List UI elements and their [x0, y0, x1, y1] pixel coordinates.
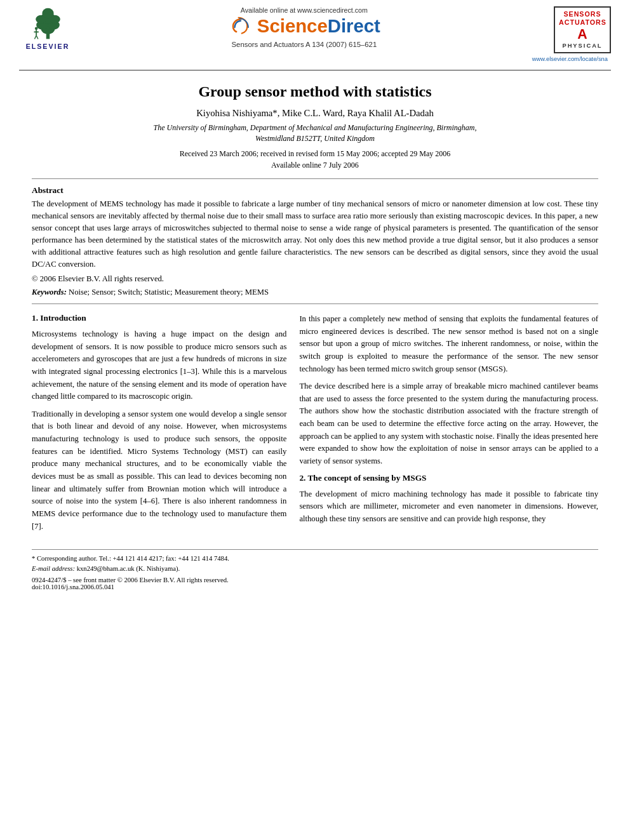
available-online-text: Available online at www.sciencedirect.co… — [89, 6, 519, 14]
sciencedirect-text: ScienceDirect — [257, 17, 380, 35]
header: ELSEVIER Available online at www.science… — [0, 0, 630, 66]
sciencedirect-icon — [228, 17, 253, 36]
sensors-actuators-box: SENSORS ACTUATORS A PHYSICAL — [554, 6, 611, 53]
header-divider — [19, 70, 611, 70]
page: ELSEVIER Available online at www.science… — [0, 0, 630, 840]
affiliation: The University of Birmingham, Department… — [32, 123, 598, 144]
header-center: Available online at www.sciencedirect.co… — [76, 6, 532, 48]
elsevier-text: ELSEVIER — [26, 43, 70, 50]
sensors-box-area: SENSORS ACTUATORS A PHYSICAL www.elsevie… — [532, 6, 611, 62]
keywords-label: Keywords: — [32, 288, 67, 297]
section1-title: 1. Introduction — [32, 313, 286, 323]
abstract-section: Abstract The development of MEMS technol… — [32, 185, 598, 297]
article-divider-top — [32, 178, 598, 179]
footer-divider — [32, 549, 598, 550]
abstract-text: The development of MEMS technology has m… — [32, 198, 598, 270]
section1-para4: The device described here is a simple ar… — [299, 380, 598, 467]
svg-point-8 — [34, 27, 37, 30]
affiliation-line1: The University of Birmingham, Department… — [154, 123, 477, 132]
svg-line-12 — [36, 36, 38, 39]
issn-text: 0924-4247/$ – see front matter © 2006 El… — [32, 577, 598, 583]
elsevier-tree-icon — [30, 6, 65, 41]
section1-para3: In this paper a completely new method of… — [299, 313, 598, 375]
copyright: © 2006 Elsevier B.V. All rights reserved… — [32, 274, 598, 284]
two-column-body: 1. Introduction Microsystems technology … — [32, 313, 598, 538]
sensors-line1: SENSORS — [559, 10, 606, 18]
footnote: * Corresponding author. Tel.: +44 121 41… — [32, 554, 598, 574]
svg-point-7 — [42, 8, 53, 19]
affiliation-line2: Westmidland B152TT, United Kingdom — [255, 134, 375, 143]
elsevier-logo: ELSEVIER — [19, 6, 76, 50]
doi-text: doi:10.1016/j.sna.2006.05.041 — [32, 583, 598, 590]
sensors-line4: PHYSICAL — [559, 43, 606, 50]
footer: * Corresponding author. Tel.: +44 121 41… — [0, 544, 630, 594]
column-right: In this paper a completely new method of… — [299, 313, 598, 538]
keywords-text: Noise; Sensor; Switch; Statistic; Measur… — [69, 288, 269, 297]
sensors-url: www.elsevier.com/locate/sna — [532, 56, 611, 62]
article-content: Group sensor method with statistics Kiyo… — [0, 83, 630, 538]
article-title: Group sensor method with statistics — [32, 83, 598, 100]
science-text: Science — [257, 15, 328, 36]
section2-title: 2. The concept of sensing by MSGS — [299, 473, 598, 483]
section1-para1: Microsystems technology is having a huge… — [32, 328, 286, 403]
column-left: 1. Introduction Microsystems technology … — [32, 313, 286, 538]
doi-info: 0924-4247/$ – see front matter © 2006 El… — [32, 577, 598, 590]
keywords: Keywords: Noise; Sensor; Switch; Statist… — [32, 288, 598, 297]
abstract-title: Abstract — [32, 185, 598, 196]
sensors-line3: A — [559, 27, 606, 43]
received-text1: Received 23 March 2006; received in revi… — [180, 149, 451, 158]
direct-text: Direct — [328, 15, 380, 36]
sciencedirect-logo: ScienceDirect — [89, 17, 519, 36]
section1-para2: Traditionally in developing a sensor sys… — [32, 408, 286, 533]
received-dates: Received 23 March 2006; received in revi… — [32, 148, 598, 171]
received-text2: Available online 7 July 2006 — [271, 161, 359, 170]
article-divider-bottom — [32, 303, 598, 304]
authors: Kiyohisa Nishiyama*, Mike C.L. Ward, Ray… — [32, 108, 598, 119]
email-label: E-mail address: kxn249@bham.ac.uk (K. Ni… — [32, 565, 180, 572]
sensors-line2: ACTUATORS — [559, 18, 606, 27]
section2-para1: The development of micro machining techn… — [299, 488, 598, 526]
authors-text: Kiyohisa Nishiyama*, Mike C.L. Ward, Ray… — [196, 108, 433, 118]
journal-info: Sensors and Actuators A 134 (2007) 615–6… — [89, 41, 519, 48]
footnote-star-icon: * — [32, 555, 35, 562]
svg-line-11 — [34, 36, 36, 39]
